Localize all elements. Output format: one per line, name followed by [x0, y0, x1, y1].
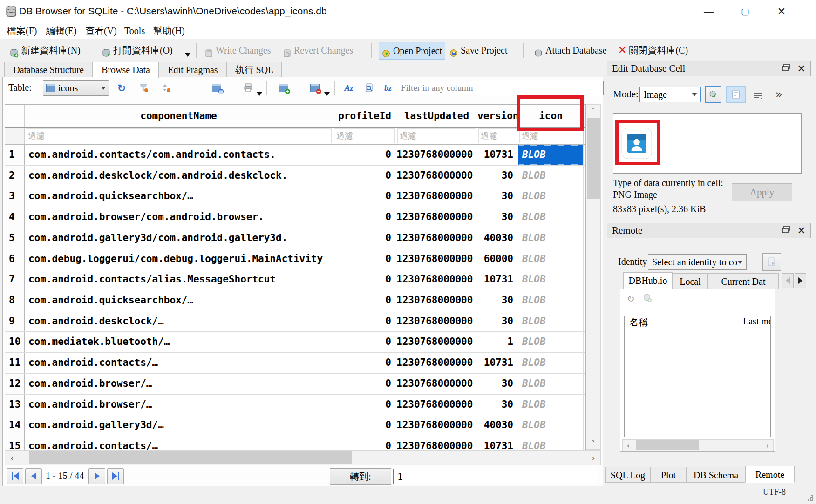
cell-icon-blob[interactable]: BLOB — [518, 186, 584, 207]
attach-database-button[interactable]: Attach Database — [531, 42, 610, 59]
cell-lastupdated[interactable]: 1230768000000 — [396, 374, 477, 394]
scroll-left-icon[interactable]: ‹ — [5, 451, 19, 465]
insert-record-dropdown-icon[interactable] — [324, 96, 330, 104]
identity-select[interactable]: Select an identity to conne — [648, 254, 747, 270]
cell-componentname[interactable]: com.android.browser/… — [25, 374, 333, 394]
cell-version[interactable]: 30 — [477, 207, 518, 228]
more-tools-icon[interactable]: » — [775, 88, 782, 101]
first-page-button[interactable] — [7, 468, 23, 484]
filter-any-column-input[interactable] — [397, 81, 604, 95]
close-button[interactable]: ✕ — [770, 3, 793, 20]
cell-lastupdated[interactable]: 1230768000000 — [396, 290, 477, 311]
next-page-button[interactable] — [88, 468, 105, 484]
cell-lastupdated[interactable]: 1230768000000 — [396, 269, 477, 290]
menu-edit[interactable]: 編輯(E) — [43, 25, 80, 37]
revert-changes-button[interactable]: Revert Changes — [280, 42, 356, 59]
cell-version[interactable]: 1 — [477, 332, 518, 352]
cell-profileid[interactable]: 0 — [333, 395, 396, 415]
dock-tab-plot[interactable]: Plot — [650, 467, 687, 483]
cell-version[interactable]: 30 — [477, 290, 518, 311]
cell-profileid[interactable]: 0 — [333, 186, 396, 207]
filter-profileid-input[interactable] — [334, 128, 395, 143]
header-profileid[interactable]: profileId — [333, 105, 396, 127]
cell-componentname[interactable]: com.android.contacts/alias.MessageShortc… — [25, 269, 333, 290]
grid-horizontal-scrollbar[interactable]: ‹ › — [5, 450, 601, 465]
maximize-button[interactable]: ▢ — [734, 3, 757, 20]
cell-profileid[interactable]: 0 — [333, 166, 396, 186]
insert-record-icon[interactable]: + — [277, 81, 291, 95]
text-view-button[interactable] — [726, 86, 746, 103]
grid-vertical-scrollbar[interactable]: ˄ ˅ — [586, 104, 601, 450]
cell-lastupdated[interactable]: 1230768000000 — [396, 207, 477, 228]
cell-version[interactable]: 30 — [477, 186, 518, 207]
menu-view[interactable]: 查看(V) — [82, 25, 120, 37]
header-version[interactable]: version — [477, 105, 518, 127]
dock-tab-remote[interactable]: Remote — [745, 466, 795, 483]
cell-componentname[interactable]: com.android.deskclock/… — [25, 311, 333, 332]
cell-lastupdated[interactable]: 1230768000000 — [396, 186, 477, 207]
cell-icon-blob[interactable]: BLOB — [518, 228, 584, 249]
import-data-button[interactable] — [705, 86, 721, 103]
goto-row-input[interactable] — [393, 469, 597, 484]
minimize-button[interactable]: — — [697, 3, 721, 20]
cell-version[interactable]: 10731 — [477, 145, 518, 165]
remote-horizontal-scrollbar[interactable]: ‹ › — [622, 439, 774, 451]
cell-icon-blob[interactable]: BLOB — [518, 290, 584, 311]
cell-profileid[interactable]: 0 — [333, 374, 396, 394]
menu-tools[interactable]: Tools — [122, 25, 148, 37]
filter-componentname-input[interactable] — [26, 128, 332, 143]
new-database-button[interactable]: 新建資料庫(N) — [7, 42, 83, 59]
vertical-scrollbar-thumb[interactable] — [587, 118, 600, 199]
close-panel-icon[interactable]: ✕ — [797, 225, 806, 236]
save-table-icon[interactable]: ▦ — [210, 81, 224, 95]
menu-file[interactable]: 檔案(F) — [4, 25, 40, 37]
scroll-up-icon[interactable]: ˄ — [586, 105, 600, 117]
format-az-icon[interactable]: Az — [342, 81, 356, 95]
horizontal-scrollbar-thumb[interactable] — [636, 440, 699, 450]
remote-tab-local[interactable]: Local — [673, 273, 708, 289]
table-select[interactable]: icons — [43, 80, 109, 96]
clear-sort-icon[interactable] — [159, 81, 173, 95]
cell-lastupdated[interactable]: 1230768000000 — [396, 249, 477, 269]
cell-version[interactable]: 30 — [477, 374, 518, 394]
previous-page-button[interactable] — [25, 468, 42, 484]
find-in-table-icon[interactable] — [362, 81, 376, 95]
cell-componentname[interactable]: com.debug.loggerui/com.debug.loggerui.Ma… — [25, 249, 333, 269]
cell-icon-blob[interactable]: BLOB — [518, 332, 584, 352]
cell-icon-blob[interactable]: BLOB — [518, 207, 584, 228]
cell-icon-blob[interactable]: BLOB — [518, 249, 584, 269]
scroll-right-icon[interactable]: › — [586, 451, 600, 465]
cell-icon-blob[interactable]: BLOB — [518, 311, 584, 332]
remote-tab-dbhub[interactable]: DBHub.io — [623, 272, 673, 289]
cell-profileid[interactable]: 0 — [333, 311, 396, 332]
horizontal-scrollbar-thumb[interactable] — [29, 451, 352, 464]
cell-icon-blob[interactable]: BLOB — [518, 353, 584, 373]
cell-componentname[interactable]: com.android.quicksearchbox/… — [25, 290, 333, 311]
scroll-right-icon[interactable]: › — [762, 440, 773, 451]
cell-profileid[interactable]: 0 — [333, 415, 396, 436]
cell-lastupdated[interactable]: 1230768000000 — [396, 415, 477, 436]
close-database-button[interactable]: ✕ 關閉資料庫(C) — [615, 42, 691, 59]
cell-componentname[interactable]: com.android.contacts/com.android.contact… — [25, 145, 333, 165]
cell-componentname[interactable]: com.android.browser/… — [25, 395, 333, 415]
cell-profileid[interactable]: 0 — [333, 145, 396, 165]
tab-edit-pragmas[interactable]: Edit Pragmas — [159, 62, 227, 77]
cell-version[interactable]: 40030 — [477, 228, 518, 249]
apply-button[interactable]: Apply — [732, 183, 792, 201]
cell-version[interactable]: 40030 — [477, 415, 518, 436]
cell-profileid[interactable]: 0 — [333, 332, 396, 352]
scroll-left-icon[interactable]: ‹ — [623, 440, 634, 451]
remote-tab-current-database[interactable]: Current Dat — [708, 273, 779, 289]
header-componentname[interactable]: componentName — [25, 105, 333, 127]
word-wrap-icon[interactable] — [751, 89, 765, 103]
cell-componentname[interactable]: com.android.gallery3d/… — [25, 415, 333, 436]
cell-lastupdated[interactable]: 1230768000000 — [396, 228, 477, 249]
dock-tab-sql-log[interactable]: SQL Log — [605, 467, 650, 483]
float-panel-icon[interactable] — [782, 63, 790, 74]
cell-version[interactable]: 30 — [477, 166, 518, 186]
cell-icon-blob[interactable]: BLOB — [518, 269, 584, 290]
format-bz-icon[interactable]: bz — [381, 81, 395, 95]
tab-scroll-left-icon[interactable] — [782, 273, 794, 288]
cell-lastupdated[interactable]: 1230768000000 — [396, 166, 477, 186]
cell-profileid[interactable]: 0 — [333, 269, 396, 290]
